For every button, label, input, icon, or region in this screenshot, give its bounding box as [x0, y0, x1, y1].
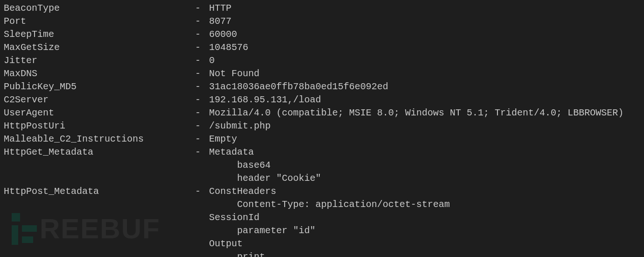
config-block-line: print	[4, 250, 640, 257]
config-row: MaxDNS- Not Found	[4, 67, 640, 80]
config-field-value: 31ac18036ae0ffb78ba0ed15f6e092ed	[209, 80, 640, 93]
config-field-name: SleepTime	[4, 28, 195, 41]
config-nested-line: header "Cookie"	[4, 172, 640, 185]
config-field-value: Empty	[209, 133, 640, 146]
config-field-name: HttpGet_Metadata	[4, 146, 195, 159]
beacon-config-output: BeaconType- HTTPPort- 8077SleepTime- 600…	[4, 2, 640, 257]
config-row: C2Server- 192.168.95.131,/load	[4, 93, 640, 107]
config-row: BeaconType- HTTP	[4, 2, 640, 15]
config-row: SleepTime- 60000	[4, 28, 640, 41]
config-row: MaxGetSize- 1048576	[4, 41, 640, 54]
config-field-value: 0	[209, 54, 640, 67]
config-field-value: Not Found	[209, 67, 640, 80]
separator: -	[195, 41, 209, 54]
config-field-value: 60000	[209, 28, 640, 41]
separator: -	[195, 133, 209, 146]
config-field-value: /submit.php	[209, 120, 640, 133]
config-row: HttpPost_Metadata- ConstHeaders	[4, 185, 640, 198]
config-field-name: PublicKey_MD5	[4, 80, 195, 93]
config-field-name: Jitter	[4, 54, 195, 67]
config-field-name: BeaconType	[4, 2, 195, 15]
config-nested-line: Content-Type: application/octet-stream	[4, 198, 640, 211]
separator: -	[195, 120, 209, 133]
config-row: HttpPostUri- /submit.php	[4, 120, 640, 133]
config-row: UserAgent- Mozilla/4.0 (compatible; MSIE…	[4, 107, 640, 120]
config-field-name: Malleable_C2_Instructions	[4, 133, 195, 146]
config-field-value: HTTP	[209, 2, 640, 15]
config-row: Port- 8077	[4, 15, 640, 28]
separator: -	[195, 54, 209, 67]
config-field-name: HttpPost_Metadata	[4, 185, 195, 198]
config-field-value: Mozilla/4.0 (compatible; MSIE 8.0; Windo…	[209, 107, 640, 120]
separator: -	[195, 2, 209, 15]
config-field-name: MaxGetSize	[4, 41, 195, 54]
config-block-label: Output	[4, 237, 640, 250]
config-field-name: MaxDNS	[4, 67, 195, 80]
config-field-name: UserAgent	[4, 107, 195, 120]
config-field-value: Metadata	[209, 146, 640, 159]
config-row: PublicKey_MD5- 31ac18036ae0ffb78ba0ed15f…	[4, 80, 640, 93]
config-field-name: Port	[4, 15, 195, 28]
config-field-value: 8077	[209, 15, 640, 28]
config-row: Malleable_C2_Instructions- Empty	[4, 133, 640, 146]
config-field-name: HttpPostUri	[4, 120, 195, 133]
separator: -	[195, 185, 209, 198]
separator: -	[195, 80, 209, 93]
config-field-value: 1048576	[209, 41, 640, 54]
separator: -	[195, 146, 209, 159]
separator: -	[195, 107, 209, 120]
config-block-line: parameter "id"	[4, 224, 640, 237]
config-block-label: SessionId	[4, 211, 640, 224]
config-nested-line: base64	[4, 159, 640, 172]
config-row: HttpGet_Metadata- Metadata	[4, 146, 640, 159]
config-field-value: 192.168.95.131,/load	[209, 93, 640, 107]
config-field-value: ConstHeaders	[209, 185, 640, 198]
config-field-name: C2Server	[4, 93, 195, 107]
separator: -	[195, 15, 209, 28]
separator: -	[195, 93, 209, 107]
config-row: Jitter- 0	[4, 54, 640, 67]
separator: -	[195, 28, 209, 41]
separator: -	[195, 67, 209, 80]
